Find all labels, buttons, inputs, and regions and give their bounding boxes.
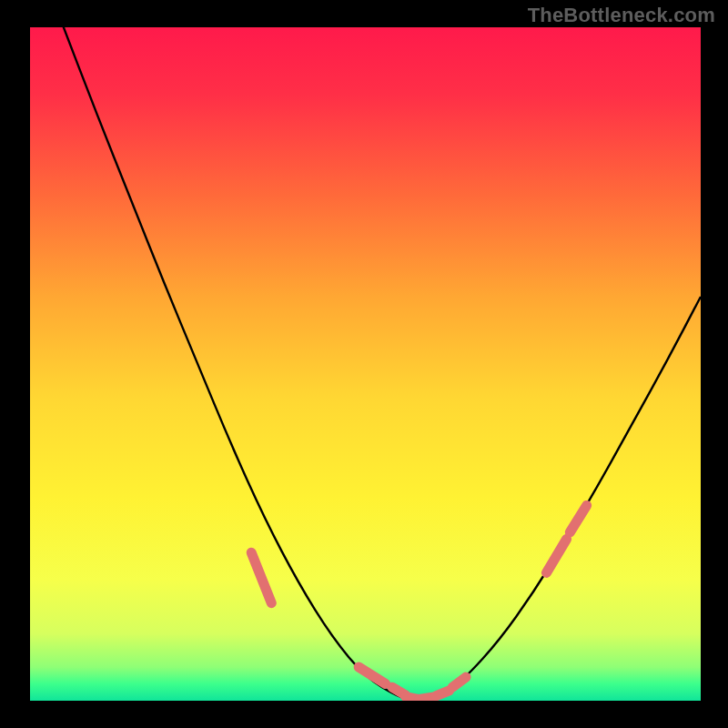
curve-marker <box>436 691 450 696</box>
curve-marker <box>419 697 432 699</box>
chart-frame: { "watermark": "TheBottleneck.com", "col… <box>0 0 728 728</box>
gradient-background <box>30 27 701 701</box>
bottleneck-chart <box>0 0 728 728</box>
